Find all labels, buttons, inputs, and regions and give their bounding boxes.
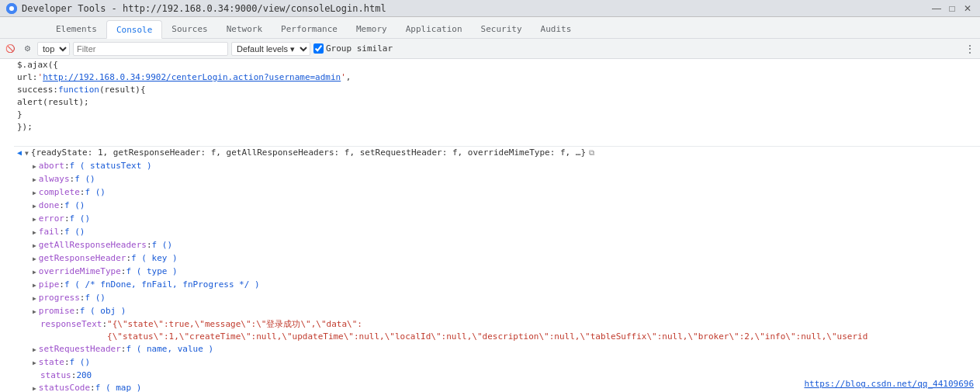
group-similar-checkbox[interactable] xyxy=(313,43,324,54)
title-bar-controls[interactable]: — □ ✕ xyxy=(930,2,974,15)
prop-arrow-done[interactable] xyxy=(33,199,39,213)
prop-arrow-promise[interactable] xyxy=(33,305,39,318)
expand-console-button[interactable]: ⋮ xyxy=(963,42,977,56)
prop-arrow-pipe[interactable] xyxy=(33,279,39,292)
code-text: alert(result); xyxy=(17,96,89,109)
tab-application[interactable]: Application xyxy=(397,19,472,38)
blank-line xyxy=(14,134,980,146)
prop-arrow-statuscode[interactable] xyxy=(33,382,39,392)
prop-getresponseheader: getResponseHeader: f ( key ) xyxy=(14,252,980,265)
prop-promise: promise: f ( obj ) xyxy=(14,305,980,318)
prop-arrow-progress[interactable] xyxy=(33,292,39,305)
window-title: Developer Tools - http://192.168.0.34:90… xyxy=(22,3,386,14)
obj-expand-arrow[interactable] xyxy=(25,147,31,160)
title-bar-left: Developer Tools - http://192.168.0.34:90… xyxy=(6,3,386,14)
tab-security[interactable]: Security xyxy=(472,19,532,38)
code-text: }); xyxy=(17,121,33,134)
log-levels-selector[interactable]: Default levels ▾ xyxy=(231,42,310,56)
console-toolbar: 🚫 ⚙ top Default levels ▾ Group similar ⋮ xyxy=(0,39,980,59)
prop-getallresponseheaders: getAllResponseHeaders: f () xyxy=(14,239,980,252)
prop-responsetext: responseText: "{\"state\":true,\"message… xyxy=(14,318,980,343)
prop-arrow-getallresponseheaders[interactable] xyxy=(33,239,39,252)
prop-arrow-abort[interactable] xyxy=(33,160,39,173)
watermark-link[interactable]: https://blog.csdn.net/qq_44109696 xyxy=(804,379,974,389)
prop-state: state: f () xyxy=(14,356,980,369)
svg-point-1 xyxy=(9,6,14,11)
prop-arrow-error[interactable] xyxy=(33,213,39,226)
code-text: success: xyxy=(17,84,58,96)
code-line-5: } xyxy=(14,109,980,121)
code-line-1: $.ajax({ xyxy=(14,59,980,71)
console-output[interactable]: $.ajax({ url:'http://192.168.0.34:9902/c… xyxy=(0,59,980,392)
code-line-2: url:'http://192.168.0.34:9902/centerLogi… xyxy=(14,71,980,84)
chrome-icon xyxy=(6,3,17,14)
prop-overridemimetype: overrideMimeType: f ( type ) xyxy=(14,265,980,279)
prop-arrow-getresponseheader[interactable] xyxy=(33,252,39,265)
prop-arrow-setrequestheader[interactable] xyxy=(33,343,39,356)
prop-fail: fail: f () xyxy=(14,226,980,239)
prop-progress: progress: f () xyxy=(14,292,980,305)
maximize-button[interactable]: □ xyxy=(946,2,958,15)
tab-audits[interactable]: Audits xyxy=(532,19,581,38)
code-text: $.ajax({ xyxy=(17,59,58,71)
console-area-wrapper: $.ajax({ url:'http://192.168.0.34:9902/c… xyxy=(0,59,980,392)
tab-bar: Elements Console Sources Network Perform… xyxy=(0,17,980,39)
prop-arrow-complete[interactable] xyxy=(33,186,39,199)
tab-performance[interactable]: Performance xyxy=(272,19,347,38)
prop-setrequestheader: setRequestHeader: f ( name, value ) xyxy=(14,343,980,356)
context-selector[interactable]: top xyxy=(37,42,70,56)
prop-done: done: f () xyxy=(14,199,980,213)
code-text: } xyxy=(17,109,23,121)
obj-root-text: {readyState: 1, getResponseHeader: f, ge… xyxy=(31,147,586,159)
close-button[interactable]: ✕ xyxy=(961,2,974,15)
prop-arrow-fail[interactable] xyxy=(33,226,39,239)
output-arrow-icon: ◀ xyxy=(17,147,22,159)
prop-abort: abort: f ( statusText ) xyxy=(14,160,980,173)
tab-network[interactable]: Network xyxy=(217,19,272,38)
obj-root-line: ◀ {readyState: 1, getResponseHeader: f, … xyxy=(14,146,980,160)
code-line-6: }); xyxy=(14,121,980,134)
filter-input[interactable] xyxy=(73,42,228,56)
code-line-3: success:function(result){ xyxy=(14,84,980,96)
prop-arrow-overridemimetype[interactable] xyxy=(33,265,39,279)
minimize-button[interactable]: — xyxy=(930,2,943,15)
group-similar-text: Group similar xyxy=(326,43,393,54)
prop-complete: complete: f () xyxy=(14,186,980,199)
obj-copy-icon[interactable]: ⧉ xyxy=(589,147,594,159)
tab-console[interactable]: Console xyxy=(106,20,162,39)
url-link[interactable]: http://192.168.0.34:9902/centerLogin.act… xyxy=(43,72,341,82)
clear-console-button[interactable]: 🚫 xyxy=(3,42,17,56)
title-bar: Developer Tools - http://192.168.0.34:90… xyxy=(0,0,980,17)
filter-toggle-button[interactable]: ⚙ xyxy=(20,42,34,56)
prop-arrow-always[interactable] xyxy=(33,173,39,186)
prop-arrow-state[interactable] xyxy=(33,356,39,369)
code-text: url: xyxy=(17,71,38,84)
tab-elements[interactable]: Elements xyxy=(47,19,106,38)
tab-sources[interactable]: Sources xyxy=(162,19,216,38)
group-similar-checkbox-label[interactable]: Group similar xyxy=(313,43,393,54)
tab-memory[interactable]: Memory xyxy=(347,19,397,38)
prop-always: always: f () xyxy=(14,173,980,186)
prop-pipe: pipe: f ( /* fnDone, fnFail, fnProgress … xyxy=(14,279,980,292)
code-line-4: alert(result); xyxy=(14,96,980,109)
prop-error: error: f () xyxy=(14,213,980,226)
